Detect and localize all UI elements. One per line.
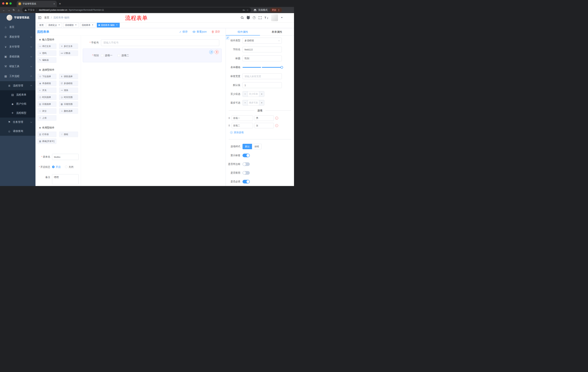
component-time-range[interactable]: ◶时间范围: [59, 95, 78, 100]
slider-handle[interactable]: [281, 66, 283, 69]
style-default-button[interactable]: 默认: [242, 144, 252, 149]
field-name-input[interactable]: [242, 47, 282, 53]
close-icon[interactable]: ×: [116, 24, 118, 26]
forward-icon[interactable]: →: [6, 9, 11, 12]
component-counter[interactable]: 123计数器: [59, 50, 78, 56]
checkbox-icon[interactable]: [117, 54, 120, 57]
sidebar-item-process-form[interactable]: ▤流程表单: [0, 90, 35, 99]
toggle-border[interactable]: [242, 162, 250, 166]
sidebar-item-dev-tools[interactable]: ⚒研发工具: [0, 62, 35, 71]
component-select[interactable]: ⊙下拉选择: [37, 74, 56, 79]
key-icon[interactable]: [242, 9, 245, 11]
component-button[interactable]: ☝按钮: [59, 132, 78, 137]
component-password[interactable]: ∗密码: [37, 50, 56, 56]
form-remark-textarea[interactable]: 嘿嘿: [52, 174, 79, 184]
browser-menu-icon[interactable]: ⋮: [278, 9, 280, 11]
increase-button[interactable]: +: [259, 100, 264, 105]
toggle-required[interactable]: [242, 180, 250, 183]
browser-tab[interactable]: 芋道管理系统 ×: [17, 1, 57, 7]
component-date-picker[interactable]: ▤日期选择: [37, 101, 56, 107]
reload-icon[interactable]: ↻: [11, 8, 16, 12]
search-icon[interactable]: [241, 16, 244, 19]
default-value-input[interactable]: [242, 82, 282, 88]
sidebar-item-process-model[interactable]: ✈流程模型: [0, 108, 35, 117]
checkbox-option[interactable]: 选项一: [101, 54, 112, 57]
help-icon[interactable]: [253, 16, 256, 19]
save-button[interactable]: ✓ 保存: [179, 30, 188, 33]
delete-widget-button[interactable]: [215, 50, 219, 54]
breadcrumb-home[interactable]: 首页: [44, 16, 49, 19]
minimize-window-button[interactable]: [6, 2, 8, 5]
decrease-button[interactable]: −: [243, 91, 248, 97]
address-bar[interactable]: 不安全 dashboard.yudao.iocoder.cn /bpm/mana…: [22, 8, 251, 12]
component-row-container[interactable]: ▥行容器: [37, 132, 56, 137]
tag-process-definition[interactable]: 流程定义×: [47, 23, 62, 28]
tag-home[interactable]: 首页: [38, 23, 45, 28]
clear-button[interactable]: 清空: [211, 30, 220, 33]
sidebar-item-workflow[interactable]: ▦工作流程: [0, 71, 35, 81]
component-multi-line-text[interactable]: ≡多行文本: [59, 43, 78, 49]
sidebar-item-payment-management[interactable]: ¥支付管理: [0, 42, 35, 52]
phone-input[interactable]: 请输入手机号: [101, 40, 219, 46]
component-table[interactable]: ▦表格[开发中]: [37, 138, 56, 144]
tab-component-props[interactable]: 组件属性: [226, 28, 260, 35]
form-name-input[interactable]: biubiu: [52, 154, 79, 160]
toggle-disabled[interactable]: [242, 171, 250, 175]
drag-handle-icon[interactable]: ⠿: [228, 117, 230, 120]
link-icon[interactable]: [226, 36, 230, 40]
component-upload[interactable]: ⇧上传: [37, 115, 56, 121]
security-label[interactable]: 不安全: [28, 9, 35, 12]
back-icon[interactable]: ←: [1, 9, 6, 12]
maximize-window-button[interactable]: [10, 2, 12, 5]
copy-widget-button[interactable]: [209, 50, 213, 54]
title-input[interactable]: [242, 55, 282, 61]
component-date-range[interactable]: ▩日期范围: [59, 101, 78, 107]
slider-track[interactable]: [242, 67, 282, 68]
radio-option-off[interactable]: 关闭: [65, 164, 74, 170]
fullscreen-icon[interactable]: [259, 16, 262, 19]
min-select-input[interactable]: 至少应选: [248, 91, 259, 97]
component-radio-group[interactable]: ◉单选框组: [37, 81, 56, 86]
sidebar-item-system-management[interactable]: ⚙系统管理: [0, 32, 35, 42]
chevron-down-icon[interactable]: [281, 17, 283, 18]
increase-button[interactable]: +: [259, 91, 264, 97]
decrease-button[interactable]: −: [243, 100, 248, 105]
close-window-button[interactable]: [2, 2, 4, 5]
new-tab-button[interactable]: +: [59, 2, 61, 6]
close-icon[interactable]: ×: [58, 24, 60, 26]
checkbox-icon[interactable]: [101, 54, 104, 57]
component-cascader[interactable]: ⋔级联选择: [59, 74, 78, 79]
bookmark-star-icon[interactable]: ☆: [246, 9, 249, 11]
remove-option-button[interactable]: −: [275, 124, 278, 127]
max-select-input[interactable]: 最多可选: [248, 100, 259, 105]
form-grid-slider[interactable]: [242, 64, 282, 70]
github-icon[interactable]: [247, 16, 250, 19]
close-icon[interactable]: ×: [74, 24, 77, 26]
remove-option-button[interactable]: −: [275, 117, 278, 120]
tab-form-props[interactable]: 表单属性: [260, 28, 294, 35]
component-color-picker[interactable]: ◑颜色选择: [59, 108, 78, 114]
update-button[interactable]: 更新 ⋮: [270, 8, 282, 12]
view-json-button[interactable]: 查看json: [192, 30, 207, 33]
add-option-button[interactable]: + 添加选项: [230, 131, 294, 134]
component-time-picker[interactable]: ◷时间选择: [37, 95, 56, 100]
avatar[interactable]: [271, 14, 278, 21]
component-type-select[interactable]: 多选框组: [242, 38, 282, 43]
sidebar-item-process-management[interactable]: ≣流程管理: [0, 81, 35, 90]
canvas-field-gender-selected[interactable]: 性别 选项一选项二: [83, 49, 221, 62]
close-icon[interactable]: ×: [91, 24, 94, 26]
sidebar-toggle-icon[interactable]: [38, 16, 41, 19]
option-value-input[interactable]: 女: [254, 123, 274, 128]
label-width-input[interactable]: [242, 73, 282, 79]
sidebar-item-user-group[interactable]: ☻用户分组: [0, 99, 35, 108]
component-checkbox-group[interactable]: ☑多选框组: [59, 81, 78, 86]
component-editor[interactable]: ✎编辑器: [37, 57, 56, 63]
sidebar-item-home[interactable]: ⌂首页: [0, 22, 35, 32]
checkbox-option[interactable]: 选项二: [117, 54, 129, 57]
tag-process-model[interactable]: 流程模型×: [63, 23, 79, 28]
sidebar-item-task-management[interactable]: ⚑任务管理: [0, 117, 35, 127]
tag-process-form-edit[interactable]: 流程表单-编辑×: [97, 23, 120, 28]
drag-handle-icon[interactable]: ⠿: [228, 124, 230, 127]
font-size-icon[interactable]: [264, 16, 268, 19]
tag-process-form[interactable]: 流程表单×: [80, 23, 95, 28]
